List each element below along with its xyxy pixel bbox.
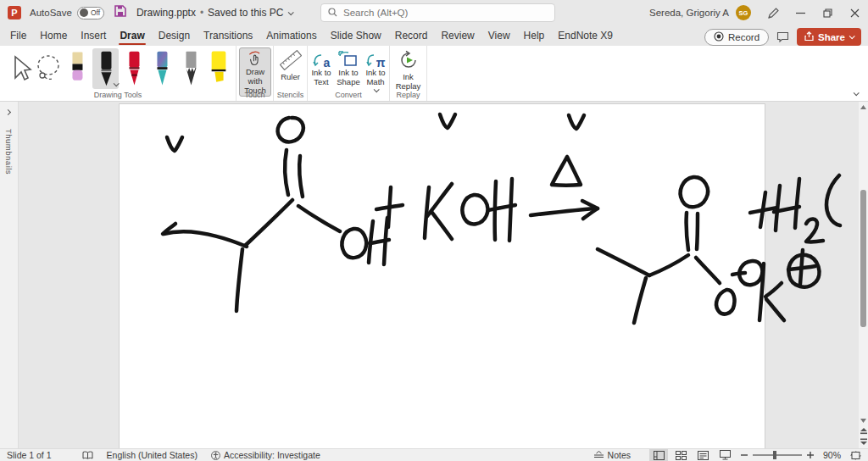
minimize-button[interactable] [787,0,814,25]
chevron-down-icon [287,9,293,15]
tab-design[interactable]: Design [152,26,197,46]
search-input[interactable] [343,8,530,18]
ink-stroke-salt-carbonyl-O [681,177,708,207]
tab-help[interactable]: Help [517,26,552,46]
collapse-ribbon-icon[interactable] [854,90,860,96]
share-button[interactable]: Share [797,28,861,46]
ink-stroke-salt-K-lower [766,299,784,320]
ink-stroke-acid-OH-O [342,229,366,258]
inking-pen-icon[interactable] [760,0,787,25]
language-button[interactable]: English (United States) [100,449,204,461]
ink-replay-button[interactable]: Ink Replay [390,47,426,97]
normal-view-button[interactable] [649,449,668,461]
restore-button[interactable] [814,0,841,25]
ink-stroke-h2o-H-right [795,179,799,228]
tab-slide-show[interactable]: Slide Show [324,26,388,46]
ink-replay-label: Ink Replay [390,73,426,92]
notes-button[interactable]: Notes [587,449,637,461]
record-button[interactable]: Record [704,29,769,46]
slide-sorter-view-button[interactable] [671,449,690,461]
ink-stroke-salt-double-bond-2 [697,214,698,249]
group-stencils: Ruler Stencils [274,46,308,101]
slide-show-button[interactable] [715,449,734,461]
ink-stroke-plus-1-h [376,205,403,209]
tab-home[interactable]: Home [33,26,74,46]
autosave-toggle[interactable]: Off [77,7,104,19]
title-bar: P AutoSave Off Drawing.pptx • Saved to t… [0,0,868,25]
comments-button[interactable] [776,31,789,42]
tab-file[interactable]: File [3,26,33,46]
ink-stroke-delta-heat [552,157,581,186]
galaxy-pen-tool[interactable] [149,48,175,89]
ink-layer[interactable] [0,102,868,448]
ink-to-math-label: Ink to Math [365,69,385,87]
user-name[interactable]: Sereda, Grigoriy A [649,8,729,18]
chevron-down-icon [849,33,855,39]
spell-check-button[interactable] [75,449,100,461]
tab-insert[interactable]: Insert [74,26,113,46]
ink-stroke-koh-H-right [509,179,512,241]
zoom-level[interactable]: 90% [817,450,841,460]
previous-slide-button[interactable] [860,427,867,435]
tab-review[interactable]: Review [434,26,481,46]
tab-transitions[interactable]: Transitions [197,26,259,46]
highlighter-tool[interactable] [206,48,232,89]
zoom-out-button[interactable] [734,449,748,461]
group-label-drawing-tools: Drawing Tools [0,91,236,99]
notes-label: Notes [608,450,631,460]
group-touch: Draw with Touch Touch [236,46,274,101]
select-tool[interactable] [7,48,33,89]
tab-animations[interactable]: Animations [259,26,323,46]
ink-stroke-salt-double-bond-1 [687,213,688,250]
group-label-convert: Convert [308,91,389,99]
next-slide-button[interactable] [860,437,867,445]
accessibility-checker[interactable]: Accessibility: Investigate [204,449,327,461]
ink-stroke-salt-minus-tick [732,273,745,275]
zoom-slider[interactable] [753,454,802,456]
powerpoint-logo-icon: P [8,6,21,19]
convert-arrow-icon [313,53,324,67]
red-pen-tool[interactable] [120,48,147,89]
slide-indicator[interactable]: Slide 1 of 1 [0,449,58,461]
scrollbar-thumb[interactable] [860,190,866,327]
draw-with-touch-button[interactable]: Draw with Touch [239,47,271,97]
ink-to-shape-label: Ink to Shape [337,69,359,87]
tab-view[interactable]: View [481,26,517,46]
ink-stroke-acid-left-arm [164,231,247,247]
autosave-state: Off [91,8,100,17]
eraser-tool[interactable] [64,48,90,89]
zoom-in-button[interactable] [807,449,817,461]
black-pen-tool[interactable] [92,48,119,89]
tab-record[interactable]: Record [388,26,435,46]
close-button[interactable] [841,0,868,25]
accessibility-label: Accessibility: Investigate [224,450,320,460]
zoom-slider-thumb[interactable] [773,451,776,459]
ink-stroke-check-right [569,115,584,129]
ruler-button[interactable]: Ruler [274,47,307,97]
lasso-select-tool[interactable] [35,48,62,89]
save-icon[interactable] [114,5,126,20]
fit-slide-to-window-button[interactable] [846,449,865,461]
ink-stroke-check-mid [440,114,455,128]
doc-name: Drawing.pptx [136,7,196,19]
tab-endnote[interactable]: EndNote X9 [551,26,620,46]
search-icon [328,5,337,20]
ink-stroke-acid-carbonyl-O [278,118,303,142]
doc-status: Saved to this PC [208,7,283,19]
convert-arrow-icon [366,53,376,67]
avatar[interactable]: SG [736,5,751,20]
tab-draw[interactable]: Draw [113,26,151,46]
ink-stroke-salt-cc-bond [649,255,688,275]
group-replay: Ink Replay Replay [390,46,427,101]
search-box[interactable] [320,3,555,22]
vertical-scrollbar[interactable] [859,102,868,448]
letter-a-glyph: a [324,58,331,67]
reading-view-button[interactable] [693,449,712,461]
scroll-up-icon[interactable] [860,103,867,111]
ruler-label: Ruler [274,73,307,82]
ink-stroke-koh-O [462,195,487,224]
document-title[interactable]: Drawing.pptx • Saved to this PC [136,7,292,19]
scroll-down-icon[interactable] [860,417,867,425]
pencil-tool[interactable] [177,48,203,89]
doc-separator: • [200,7,203,19]
